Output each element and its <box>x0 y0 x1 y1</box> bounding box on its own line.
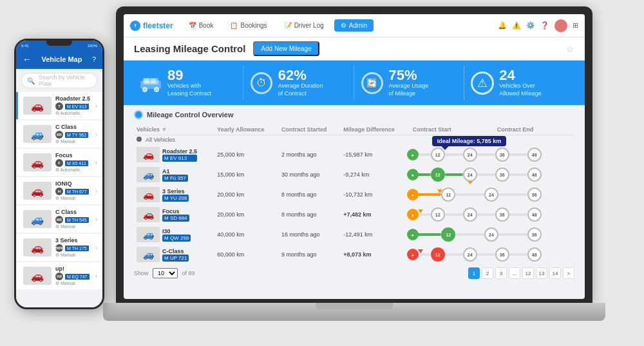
settings-icon[interactable]: ⚙️ <box>526 21 535 30</box>
tab-bookings[interactable]: 📋 Bookings <box>223 19 273 32</box>
milestone-start-6: ● <box>407 249 419 260</box>
all-vehicles-row: All Vehicles <box>134 135 574 145</box>
page-12-button[interactable]: 12 <box>522 267 534 279</box>
svg-rect-4 <box>144 79 149 83</box>
tab-admin[interactable]: ⚙ Admin <box>334 19 374 32</box>
logo-icon: f <box>130 21 140 31</box>
stat-over-mileage-label: Vehicles OverAllowed Mileage <box>499 82 542 97</box>
phone-search-bar[interactable]: 🔍 Search by Vehicle Plate <box>21 73 97 88</box>
help-icon[interactable]: ❓ <box>540 21 549 30</box>
plate-row-1: T M EV 813 <box>55 102 91 110</box>
vehicle-info-5: I30 M QW 298 <box>162 228 191 242</box>
transmission-3: ⚙ Automatic <box>55 168 91 173</box>
list-item[interactable]: 🚗 up! VW M EQ 747 ⚙ Manual › <box>16 262 102 289</box>
timeline-4: ● 12 24 <box>410 205 574 225</box>
laptop-notch <box>316 303 393 309</box>
milestone-36-4: 36 <box>495 207 509 222</box>
list-item[interactable]: 🚗 Focus F M X0 411 ⚙ Automatic › <box>16 149 102 176</box>
vehicle-cell-6: 🚙 C-Class M UP 721 <box>134 245 214 265</box>
milestone-start-2: ● <box>407 169 419 180</box>
phone-plate-4: M TH 677 <box>65 189 89 195</box>
brand-icon-4: H <box>55 187 63 195</box>
col-started: Contract Started <box>279 124 341 135</box>
stat-vehicles: 89 Vehicles withLeasing Contract <box>134 66 243 100</box>
table-footer: Show 10 25 50 of 89 1 2 <box>134 265 574 282</box>
list-item[interactable]: 🚗 IONIQ H M TH 677 ⚙ Manual › <box>16 177 102 204</box>
col-contract-end: Contract End <box>495 124 574 135</box>
brand-icon-5: MB <box>55 216 63 224</box>
milestone-12-6: 12 <box>431 247 445 262</box>
vehicle-name-4: Focus <box>162 208 189 215</box>
scene: f fleetster 📅 Book 📋 Bookings 📝 <box>0 0 644 346</box>
page-13-button[interactable]: 13 <box>536 267 547 279</box>
page-ellipsis: ... <box>509 267 520 279</box>
main-content: Mileage Control Overview Vehicles ▼ Year… <box>124 105 585 299</box>
phone-back-button[interactable]: ← <box>23 54 32 64</box>
stat-duration-number: 62% <box>278 68 323 82</box>
alert-icon[interactable]: ⚠️ <box>512 21 521 30</box>
list-item[interactable]: 🚙 C Class MB M TH 545 ⚙ Manual › <box>16 206 102 233</box>
list-item[interactable]: 🚙 C Class MB M TY 562 ⚙ Manual › <box>16 120 102 148</box>
show-label: Show <box>134 270 149 276</box>
phone-plate-1: M EV 813 <box>65 104 89 110</box>
vehicle-img-phone-7: 🚗 <box>23 267 52 285</box>
vehicle-details-phone-2: C Class MB M TY 562 ⚙ Manual <box>55 124 91 144</box>
phone-vehicle-name-7: up! <box>55 265 91 272</box>
page-3-button[interactable]: 3 <box>495 267 507 279</box>
brand-icon-7: VW <box>55 273 63 280</box>
page-2-button[interactable]: 2 <box>482 267 493 279</box>
warning-stat-icon: ⚠ <box>471 72 494 95</box>
milestone-start-3: ● <box>407 189 419 200</box>
brand-icon-2: MB <box>55 131 63 139</box>
user-avatar[interactable] <box>554 19 567 32</box>
list-item[interactable]: 🚗 3 Series BMW M TH 175 ⚙ Manual › <box>16 234 102 261</box>
phone-status-time: 9:41 <box>21 44 29 48</box>
vehicle-thumb-6: 🚙 <box>137 247 160 262</box>
notification-icon[interactable]: 🔔 <box>498 21 507 30</box>
milestone-24-5: 24 <box>484 227 498 242</box>
phone-vehicle-name-6: 3 Series <box>55 237 91 244</box>
add-mileage-button[interactable]: Add New Mileage <box>253 41 319 56</box>
page-14-button[interactable]: 14 <box>549 267 561 279</box>
vehicle-thumb-3: 🚗 <box>137 187 160 202</box>
page-next-button[interactable]: > <box>563 267 574 279</box>
list-item[interactable]: 🚗 Roadster 2.5 T M EV 813 ⚙ Automatic › <box>16 92 102 119</box>
logo-text: fleetster <box>143 21 173 30</box>
milestone-36-2: 36 <box>495 168 509 182</box>
milestone-36-6: 36 <box>495 247 509 262</box>
allowance-6: 60,000 km <box>214 245 279 265</box>
milestone-48-6: 48 <box>527 247 542 262</box>
started-1: 2 months ago <box>279 145 341 165</box>
stat-duration-label: Average Durationof Contract <box>278 82 323 97</box>
vehicle-img-phone-6: 🚗 <box>23 238 52 256</box>
plate-row-6: BMW M TH 175 <box>55 244 91 252</box>
star-button[interactable]: ☆ <box>566 44 574 54</box>
phone-vehicle-name-4: IONIQ <box>55 180 91 187</box>
expand-icon[interactable]: ⊞ <box>573 21 578 30</box>
stat-vehicles-number: 89 <box>167 68 211 82</box>
phone-nav-title: Vehicle Map <box>35 55 88 63</box>
laptop-base <box>103 303 605 321</box>
milestone-36-1: 36 <box>495 148 509 162</box>
phone-plate-6: M TH 175 <box>65 245 89 251</box>
tab-book[interactable]: 📅 Book <box>182 19 220 32</box>
nav-icons-group: 🔔 ⚠️ ⚙️ ❓ ⊞ <box>498 19 578 32</box>
plate-row-4: H M TH 677 <box>55 187 91 195</box>
all-vehicles-cell: All Vehicles <box>134 135 574 145</box>
table-row: 🚗 3 Series M YU 208 20,000 km <box>134 185 574 205</box>
vehicle-info-1: Roadster 2.5 M EV 813 <box>162 148 197 162</box>
page-1-button[interactable]: 1 <box>468 267 480 279</box>
phone-vehicle-name-5: C Class <box>55 209 91 215</box>
tab-book-label: Book <box>199 22 214 29</box>
speedometer-stat-icon: 🔄 <box>361 72 384 95</box>
allowance-2: 15,000 km <box>214 165 279 185</box>
chevron-right-icon-4: › <box>95 187 97 195</box>
tooltip-box: Ideal Mileage: 5,785 km <box>432 136 507 146</box>
phone-help-icon[interactable]: ? <box>92 55 96 63</box>
stat-duration-info: 62% Average Durationof Contract <box>278 68 323 97</box>
show-count-select[interactable]: 10 25 50 <box>153 268 178 278</box>
milestone-12-2: 12 <box>431 168 445 182</box>
stats-bar: 89 Vehicles withLeasing Contract ⏱ <box>124 61 585 105</box>
section-title: Mileage Control Overview <box>134 110 574 119</box>
tab-driver-log[interactable]: 📝 Driver Log <box>278 19 330 32</box>
